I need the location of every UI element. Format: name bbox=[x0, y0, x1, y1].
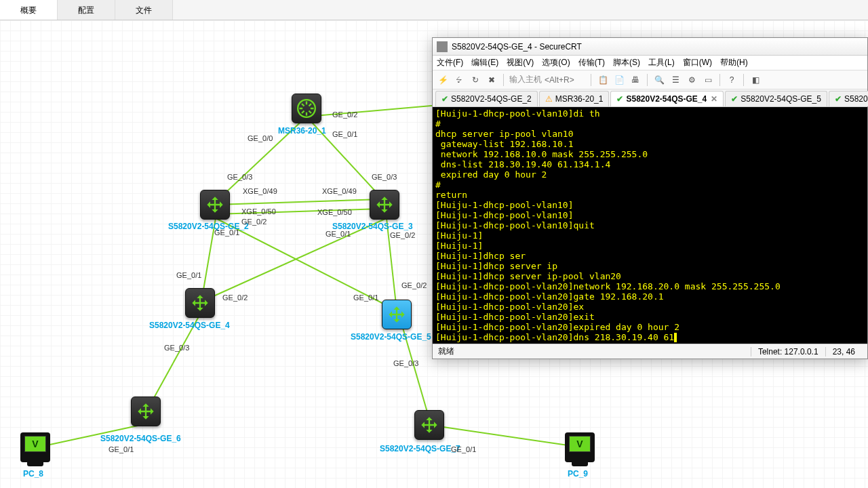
port: GE_0/1 bbox=[176, 271, 201, 279]
session-tab[interactable]: ✔S5820V2-54QS-GE_5 bbox=[725, 91, 827, 106]
host-label: 输入主机 bbox=[509, 74, 542, 85]
node-switch-4[interactable] bbox=[185, 288, 215, 318]
node-pc8[interactable]: V bbox=[20, 432, 50, 462]
port: GE_0/3 bbox=[227, 173, 252, 181]
node-switch-7[interactable] bbox=[414, 410, 444, 440]
find-icon[interactable]: 🔍 bbox=[653, 74, 665, 86]
status-cursor-pos: 23, 46 bbox=[825, 347, 862, 357]
menubar: 文件(F) 编辑(E) 视图(V) 选项(O) 传输(T) 脚本(S) 工具(L… bbox=[433, 56, 867, 70]
port: GE_0/1 bbox=[326, 230, 351, 238]
menu-script[interactable]: 脚本(S) bbox=[613, 57, 640, 68]
status-connection: Telnet: 127.0.0.1 bbox=[751, 347, 825, 357]
session-tab[interactable]: ✔S5820V2-54QS-GE_6 bbox=[829, 91, 868, 106]
port: GE_0/1 bbox=[108, 445, 134, 453]
port: GE_0/2 bbox=[241, 218, 267, 226]
disconnect-icon[interactable]: ✖ bbox=[486, 74, 498, 86]
port: GE_0/3 bbox=[164, 344, 189, 352]
check-icon: ✔ bbox=[835, 94, 842, 104]
port: GE_0/0 bbox=[248, 134, 273, 142]
top-tabs: 概要 配置 文件 bbox=[0, 0, 868, 20]
check-icon: ✔ bbox=[616, 94, 623, 104]
menu-transfer[interactable]: 传输(T) bbox=[578, 57, 605, 68]
tab-label: S5820V2-54QS-GE_4 bbox=[626, 94, 707, 104]
reconnect-icon[interactable]: ↻ bbox=[469, 74, 481, 86]
port: XGE_0/50 bbox=[241, 207, 276, 216]
label-pc8: PC_8 bbox=[23, 469, 43, 479]
svg-line-4 bbox=[216, 209, 381, 214]
menu-view[interactable]: 视图(V) bbox=[507, 57, 534, 68]
session-tab[interactable]: ⚠MSR36-20_1 bbox=[539, 91, 610, 106]
label-sw4: S5820V2-54QS-GE_4 bbox=[149, 321, 230, 330]
check-icon: ✔ bbox=[441, 94, 448, 104]
tab-overview[interactable]: 概要 bbox=[0, 0, 58, 20]
label-sw6: S5820V2-54QS-GE_6 bbox=[100, 434, 181, 443]
port: GE_0/2 bbox=[222, 293, 248, 302]
tab-file[interactable]: 文件 bbox=[115, 0, 173, 20]
menu-edit[interactable]: 编辑(E) bbox=[471, 57, 498, 68]
tab-label: S5820V2-54QS-GE_6 bbox=[844, 94, 868, 104]
node-switch-3[interactable] bbox=[370, 190, 399, 220]
port: GE_0/2 bbox=[390, 231, 415, 239]
toggle-icon[interactable]: ◧ bbox=[749, 74, 762, 86]
port: XGE_0/49 bbox=[322, 187, 357, 195]
menu-file[interactable]: 文件(F) bbox=[437, 57, 463, 68]
session-tab[interactable]: ✔S5820V2-54QS-GE_2 bbox=[435, 91, 538, 106]
label-pc9: PC_9 bbox=[568, 469, 588, 479]
port: GE_0/1 bbox=[451, 445, 476, 453]
help-icon[interactable]: ? bbox=[726, 74, 738, 86]
port: GE_0/3 bbox=[393, 359, 418, 367]
node-pc9[interactable]: V bbox=[565, 432, 595, 462]
tab-label: S5820V2-54QS-GE_5 bbox=[741, 94, 821, 104]
port: XGE_0/49 bbox=[243, 187, 277, 195]
statusbar: 就绪 Telnet: 127.0.0.1 23, 46 bbox=[433, 344, 867, 359]
port: GE_0/3 bbox=[372, 173, 397, 181]
label-sw7: S5820V2-54QS-GE_7 bbox=[380, 444, 460, 453]
settings-icon[interactable]: ⚙ bbox=[686, 74, 698, 86]
check-icon: ✔ bbox=[731, 94, 738, 104]
terminal-icon[interactable]: ▭ bbox=[702, 74, 714, 86]
menu-tools[interactable]: 工具(L) bbox=[648, 57, 675, 68]
node-switch-6[interactable] bbox=[131, 396, 161, 426]
window-title: S5820V2-54QS-GE_4 - SecureCRT bbox=[452, 42, 582, 52]
node-switch-2[interactable] bbox=[200, 190, 230, 220]
status-ready: 就绪 bbox=[438, 346, 454, 357]
label-msr: MSR36-20_1 bbox=[278, 126, 326, 136]
app-icon bbox=[437, 41, 448, 52]
tab-config[interactable]: 配置 bbox=[58, 0, 115, 20]
menu-options[interactable]: 选项(O) bbox=[542, 57, 570, 68]
port: GE_0/1 bbox=[332, 130, 357, 138]
node-router-msr[interactable] bbox=[292, 94, 321, 123]
tab-label: MSR36-20_1 bbox=[555, 94, 604, 104]
securecrt-window[interactable]: S5820V2-54QS-GE_4 - SecureCRT 文件(F) 编辑(E… bbox=[432, 37, 868, 359]
close-icon[interactable]: ✕ bbox=[711, 94, 717, 104]
options-icon[interactable]: ☰ bbox=[669, 74, 682, 86]
menu-help[interactable]: 帮助(H) bbox=[720, 57, 748, 68]
port: GE_0/2 bbox=[332, 110, 357, 119]
host-input[interactable] bbox=[545, 75, 585, 85]
node-switch-5[interactable] bbox=[382, 300, 412, 329]
menu-window[interactable]: 窗口(W) bbox=[683, 57, 712, 68]
port: GE_0/1 bbox=[214, 228, 239, 237]
session-tab[interactable]: ✔S5820V2-54QS-GE_4✕ bbox=[610, 91, 724, 106]
tab-label: S5820V2-54QS-GE_2 bbox=[451, 94, 532, 104]
print-icon[interactable]: 🖶 bbox=[629, 74, 642, 86]
toolbar: ⚡ ⭍ ↻ ✖ 输入主机 📋 📄 🖶 🔍 ☰ ⚙ ▭ ? ◧ bbox=[433, 70, 867, 89]
copy-icon[interactable]: 📋 bbox=[597, 74, 609, 86]
warning-icon: ⚠ bbox=[545, 94, 553, 104]
port: GE_0/1 bbox=[353, 293, 378, 302]
session-tabs: ✔S5820V2-54QS-GE_2⚠MSR36-20_1✔S5820V2-54… bbox=[433, 89, 867, 107]
connect-icon[interactable]: ⭍ bbox=[453, 74, 465, 86]
host-input-box[interactable]: 输入主机 bbox=[509, 74, 585, 85]
window-titlebar[interactable]: S5820V2-54QS-GE_4 - SecureCRT bbox=[433, 38, 867, 56]
paste-icon[interactable]: 📄 bbox=[613, 74, 625, 86]
terminal-output[interactable]: [Huiju-1-dhcp-pool-vlan10]di th # dhcp s… bbox=[433, 107, 867, 344]
svg-line-3 bbox=[216, 199, 381, 205]
terminal-cursor bbox=[674, 333, 676, 342]
port: XGE_0/50 bbox=[317, 208, 352, 216]
label-sw5: S5820V2-54QS-GE_5 bbox=[351, 332, 431, 342]
port: GE_0/2 bbox=[401, 281, 427, 289]
lightning-icon[interactable]: ⚡ bbox=[437, 74, 449, 86]
